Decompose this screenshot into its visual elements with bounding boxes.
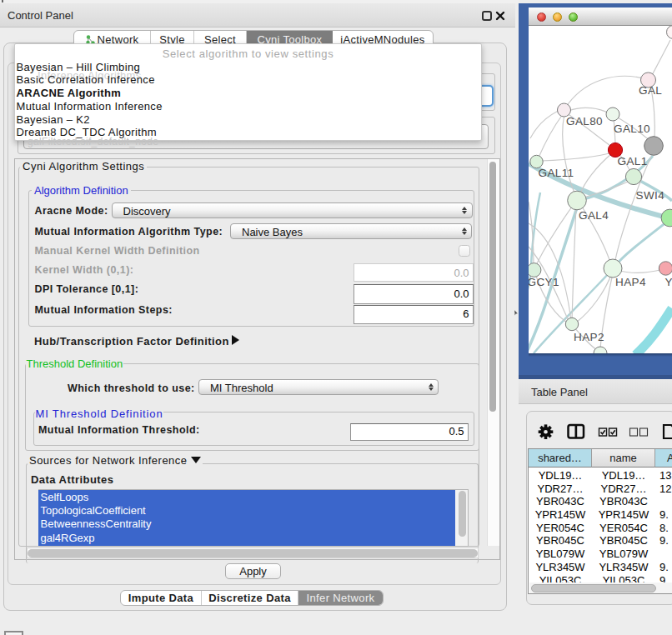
svg-text:SWI4: SWI4 [636, 189, 665, 202]
svg-text:HAP2: HAP2 [574, 331, 604, 343]
svg-text:GAL1: GAL1 [618, 155, 648, 168]
svg-text:GAL4: GAL4 [579, 209, 609, 222]
svg-text:Y: Y [665, 276, 672, 288]
svg-text:GAL11: GAL11 [539, 167, 574, 179]
svg-text:HAP4: HAP4 [615, 276, 646, 288]
svg-text:GAL80: GAL80 [566, 115, 603, 128]
svg-text:GAL: GAL [639, 84, 662, 97]
svg-text:GCY1: GCY1 [529, 276, 559, 288]
svg-text:GAL10: GAL10 [614, 122, 650, 135]
